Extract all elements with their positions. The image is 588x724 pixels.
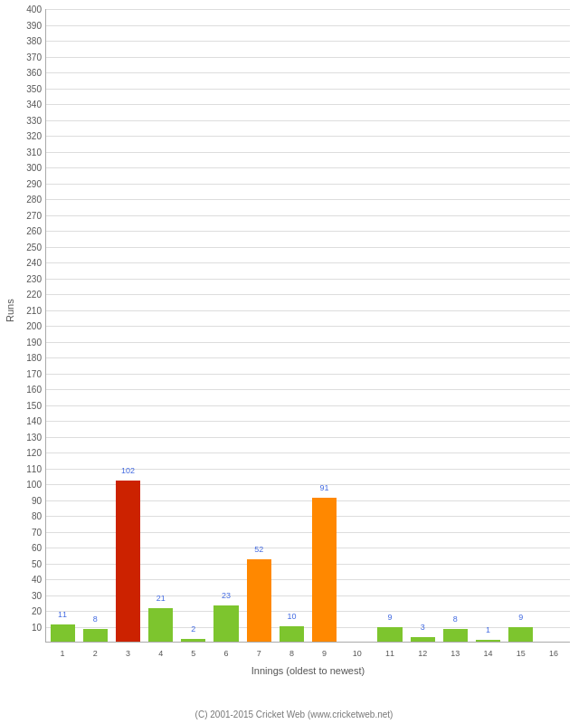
bar-innings-1: 11 [51,624,75,642]
x-label-15: 15 [517,649,526,658]
bar-value-15: 9 [518,613,523,622]
bar-slot-12: 312 [406,9,439,642]
bar-slot-14: 114 [471,9,504,642]
bar-innings-15: 9 [508,627,533,642]
x-label-1: 1 [61,649,65,658]
bar-value-5: 2 [191,624,195,634]
bar-slot-11: 911 [374,9,406,642]
footer-text: (C) 2001-2015 Cricket Web (www.cricketwe… [0,710,588,719]
x-label-11: 11 [385,649,394,658]
bar-slot-4: 214 [145,9,177,642]
bar-slot-10: 10 [341,9,374,642]
bar-slot-5: 25 [177,9,210,642]
bar-value-11: 9 [387,613,392,622]
bar-slot-1: 111 [46,9,79,642]
bar-innings-7: 52 [247,559,271,642]
bar-slot-15: 915 [505,9,537,642]
bar-innings-13: 8 [443,629,468,642]
bar-value-12: 3 [421,623,425,632]
x-label-16: 16 [549,649,558,658]
bar-value-13: 8 [453,614,458,624]
x-label-2: 2 [93,649,98,658]
bar-innings-5: 2 [181,639,205,643]
bar-slot-16: 16 [537,9,570,642]
bar-slot-6: 236 [210,9,242,642]
x-label-14: 14 [484,649,493,658]
bar-value-14: 1 [486,625,490,634]
bar-slot-2: 82 [79,9,111,642]
bar-innings-11: 9 [377,627,402,642]
bar-innings-9: 91 [312,498,337,642]
bar-value-8: 10 [287,612,296,621]
chart-container: 1020304050607080901001101201301401501601… [0,0,588,724]
x-label-13: 13 [450,649,460,658]
bars-group: 1118210232142523652710891910911312813114… [46,9,570,642]
bar-innings-14: 1 [476,640,500,642]
bar-slot-3: 1023 [111,9,144,642]
x-label-3: 3 [126,649,130,658]
x-axis-title: Innings (oldest to newest) [46,665,570,676]
bar-innings-6: 23 [213,605,238,642]
bar-value-4: 21 [156,594,166,603]
x-label-6: 6 [224,649,229,658]
x-label-8: 8 [289,649,294,658]
x-label-5: 5 [191,649,195,658]
bar-slot-9: 919 [308,9,341,642]
x-label-12: 12 [418,649,427,658]
bar-value-7: 52 [254,545,263,554]
bar-slot-13: 813 [439,9,471,642]
bar-slot-8: 108 [275,9,308,642]
chart-area: 1020304050607080901001101201301401501601… [45,9,570,643]
bar-value-3: 102 [121,466,135,475]
bar-value-2: 8 [93,614,98,624]
bar-innings-12: 3 [411,637,435,642]
x-label-10: 10 [353,649,362,658]
x-label-9: 9 [322,649,327,658]
bar-slot-7: 527 [242,9,275,642]
x-label-4: 4 [158,649,163,658]
bar-value-9: 91 [320,483,329,492]
y-axis-title: Runs [5,299,15,322]
x-label-7: 7 [257,649,261,658]
bar-innings-2: 8 [83,629,108,642]
bar-innings-3: 102 [116,481,140,643]
bar-innings-4: 21 [148,608,173,642]
bar-value-1: 11 [58,610,67,619]
bar-value-6: 23 [222,591,231,600]
bar-innings-8: 10 [280,626,304,643]
